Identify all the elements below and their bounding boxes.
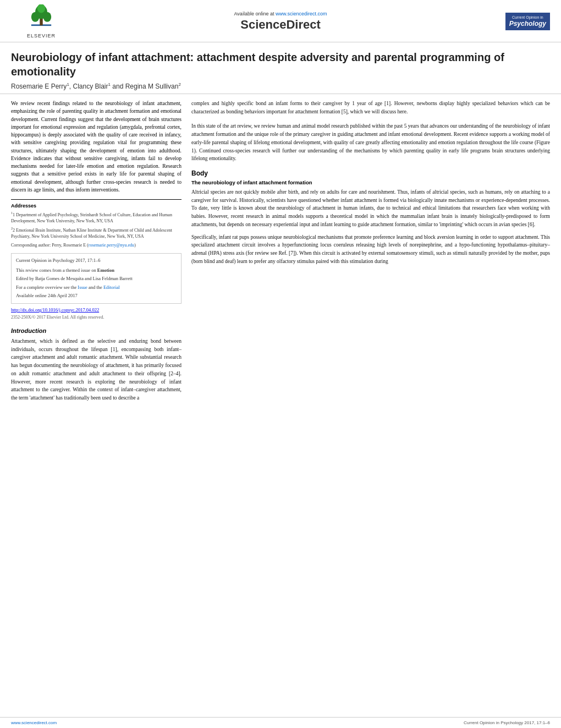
body-para1: Altricial species are not quickly mobile… (191, 188, 550, 229)
address1: 11 Department of Applied Psychology, Ste… (11, 211, 182, 224)
intro-text: Attachment, which is defined as the sele… (11, 337, 182, 402)
two-col-layout: We review recent findings related to the… (0, 94, 561, 717)
journal-badge-line2: Psychology (509, 20, 546, 29)
info-edited-by: Edited by Batja Gomes de Mesquita and Li… (16, 275, 177, 283)
issue-link[interactable]: Issue (78, 284, 87, 290)
left-column: We review recent findings related to the… (11, 100, 182, 711)
article-title: Neurobiology of infant attachment: attac… (11, 50, 550, 79)
svg-point-3 (31, 12, 40, 22)
body-section-title: Body (191, 169, 550, 177)
right-column: complex and highly specific bond an infa… (191, 100, 550, 711)
abstract-text: We review recent findings related to the… (11, 100, 182, 194)
address2: 22 Emotional Brain Institute, Nathan Kli… (11, 226, 182, 239)
sciencedirect-brand: ScienceDirect (72, 18, 490, 32)
author3-sup: 2 (178, 82, 180, 87)
info-available: Available online 24th April 2017 (16, 292, 177, 300)
info-journal: Current Opinion in Psychology 2017, 17:1… (16, 257, 177, 265)
body-section: Body The neurobiology of infant attachme… (191, 169, 550, 265)
info-complete-overview: For a complete overview see the Issue an… (16, 284, 177, 292)
corresponding-email-link[interactable]: rosemarie.perry@nyu.edu (89, 243, 134, 248)
intro-section: Introduction Attachment, which is define… (11, 327, 182, 402)
page: ELSEVIER Available online at www.science… (0, 0, 561, 728)
sciencedirect-link[interactable]: www.sciencedirect.com (276, 11, 327, 17)
right-para1: complex and highly specific bond an infa… (191, 100, 550, 116)
available-online-text: Available online at www.sciencedirect.co… (72, 11, 490, 17)
footer-journal-ref: Current Opinion in Psychology 2017, 17:1… (464, 720, 550, 725)
footer: www.sciencedirect.com Current Opinion in… (0, 717, 561, 728)
intro-heading: Introduction (11, 327, 182, 334)
footer-website-link[interactable]: www.sciencedirect.com (11, 720, 57, 725)
journal-badge-line1: Current Opinion in (509, 15, 546, 20)
header-center: Available online at www.sciencedirect.co… (72, 11, 490, 32)
info-review-note: This review comes from a themed issue on… (16, 267, 177, 275)
header: ELSEVIER Available online at www.science… (0, 0, 561, 42)
right-para2: In this state of the art review, we revi… (191, 122, 550, 163)
authors-line: Rosemarie E Perry1, Clancy Blair1 and Re… (11, 82, 550, 90)
info-theme: Emotion (97, 267, 114, 273)
author3-and: and Regina M Sullivan (111, 83, 178, 90)
addresses-section: Addresses 11 Department of Applied Psych… (11, 199, 182, 248)
elsevier-brand: ELSEVIER (27, 33, 56, 39)
addresses-heading: Addresses (11, 203, 182, 209)
editorial-link[interactable]: Editorial (103, 284, 120, 290)
svg-point-4 (43, 12, 52, 22)
author2-name: , Clancy Blair (69, 83, 108, 90)
body-subsection-title: The neurobiology of infant attachment fo… (191, 179, 550, 185)
doi-link[interactable]: http://dx.doi.org/10.1016/j.copsyc.2017.… (11, 307, 99, 313)
elsevier-logo: ELSEVIER (11, 4, 72, 39)
copyright: 2352-250X/© 2017 Elsevier Ltd. All right… (11, 315, 182, 320)
journal-badge: Current Opinion in Psychology (505, 13, 550, 31)
doi-text: http://dx.doi.org/10.1016/j.copsyc.2017.… (11, 307, 182, 313)
corresponding-author: Corresponding author: Perry, Rosemarie E… (11, 243, 182, 248)
body-para2: Specifically, infant rat pups possess un… (191, 233, 550, 266)
author1-name: Rosemarie E Perry (11, 83, 67, 90)
info-box: Current Opinion in Psychology 2017, 17:1… (11, 253, 182, 304)
title-section: Neurobiology of infant attachment: attac… (0, 42, 561, 94)
header-right: Current Opinion in Psychology (490, 13, 550, 31)
elsevier-tree-icon (25, 4, 58, 32)
header-left: ELSEVIER (11, 4, 72, 39)
